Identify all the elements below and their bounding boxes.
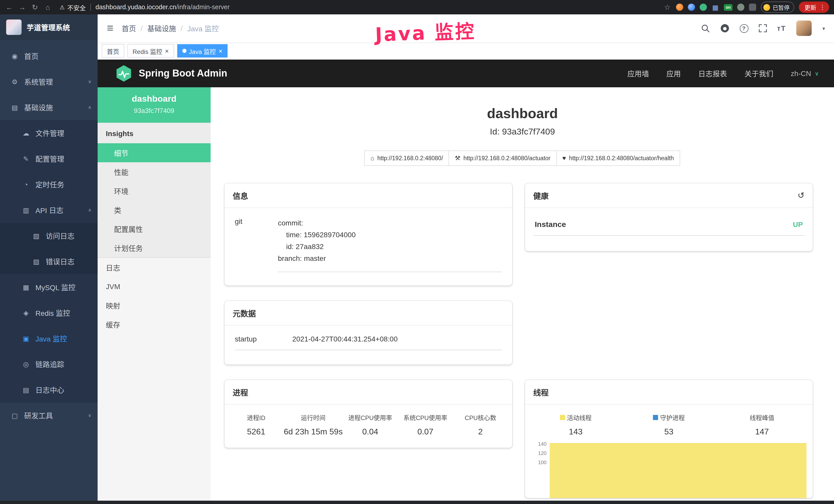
sba-header: Spring Boot Admin 应用墙 应用 日志报表 关于我们 zh-CN… [97, 60, 834, 87]
sidebar-item-config-manage[interactable]: ✎ 配置管理 [0, 146, 97, 171]
font-size-icon[interactable]: тT [777, 24, 786, 32]
extension-vue-icon[interactable] [700, 4, 707, 11]
sba-item-classes[interactable]: 类 [97, 200, 211, 219]
info-card: 信息 git commit: time: 1596289704000 [224, 183, 512, 285]
trace-icon: ◎ [22, 360, 30, 368]
github-icon[interactable] [720, 24, 729, 33]
app-logo-row[interactable]: 芋道管理系统 [0, 15, 97, 40]
y-tick: 140 [525, 442, 550, 451]
wrench-icon: ⚒ [455, 155, 461, 162]
service-url-button[interactable]: ⌂ http://192.168.0.2:48080/ [365, 151, 449, 166]
close-icon[interactable]: × [165, 47, 169, 54]
sidebar-item-home[interactable]: ◉ 首页 [0, 43, 97, 69]
sidebar-item-cron-jobs[interactable]: ◔ 定时任务 [0, 171, 97, 197]
sba-nav-applications[interactable]: 应用 [666, 68, 681, 78]
metadata-value: 2021-04-27T00:44:31.254+08:00 [292, 335, 398, 343]
redis-icon: ◈ [22, 309, 30, 317]
back-icon[interactable]: ← [5, 3, 13, 11]
sidebar-item-api-logs[interactable]: ▥ API 日志 ∧ [0, 197, 97, 223]
threads-chart: 140 120 100 [525, 442, 813, 498]
extension-on-badge[interactable]: on [724, 4, 732, 10]
sba-item-details[interactable]: 细节 [97, 143, 211, 162]
health-card-body: Instance UP [525, 208, 813, 251]
sba-item-scheduled-tasks[interactable]: 计划任务 [97, 238, 211, 257]
user-avatar[interactable] [796, 21, 812, 36]
help-icon[interactable]: ? [740, 24, 748, 32]
sba-logo-icon [115, 65, 133, 82]
close-icon[interactable]: × [219, 47, 222, 54]
bookmark-star-icon[interactable]: ☆ [663, 3, 672, 11]
chevron-down-icon: ∨ [815, 70, 819, 77]
search-icon[interactable] [701, 24, 710, 32]
extension-leaf-icon[interactable] [737, 4, 744, 11]
sidebar-item-log-center[interactable]: ▤ 日志中心 [0, 377, 97, 403]
health-url-button[interactable]: ♥ http://192.168.0.2:48080/actuator/heal… [556, 151, 680, 166]
fullscreen-icon[interactable] [759, 24, 767, 32]
forward-icon[interactable]: → [18, 3, 26, 11]
sba-item-mappings[interactable]: 映射 [97, 296, 211, 315]
daemon-threads-marker [653, 415, 658, 420]
sba-item-metrics[interactable]: 性能 [97, 162, 211, 181]
instance-header[interactable]: dashboard 93a3fc7f7409 [97, 87, 211, 123]
refresh-icon[interactable]: ↻ [31, 3, 39, 11]
sba-body: dashboard 93a3fc7f7409 Insights 细节 性能 环境… [97, 87, 834, 504]
tab-home[interactable]: 首页 [102, 44, 124, 58]
sba-item-environment[interactable]: 环境 [97, 181, 211, 200]
sidebar-item-error-logs[interactable]: ▨ 错误日志 [0, 249, 97, 274]
admin-menu: ◉ 首页 ⚙ 系统管理 ∨ ▤ 基础设施 ∧ ☁ 文件管理 [0, 40, 97, 504]
info-card-body: git commit: time: 1596289704000 id: 27aa… [224, 208, 512, 285]
stat-label: 守护进程 [622, 413, 716, 421]
update-browser-button[interactable]: 更新 ⋮ [799, 2, 829, 13]
sidebar-item-redis-monitor[interactable]: ◈ Redis 监控 [0, 300, 97, 325]
menu-label: API 日志 [36, 205, 63, 215]
sidebar-item-infra[interactable]: ▤ 基础设施 ∧ [0, 94, 97, 120]
menu-label: 定时任务 [36, 179, 64, 189]
breadcrumb-home[interactable]: 首页 [122, 23, 136, 33]
actuator-url-button[interactable]: ⚒ http://192.168.0.2:48080/actuator [449, 151, 556, 166]
language-selector[interactable]: zh-CN ∨ [791, 69, 819, 77]
stat-label: 线程峰值 [715, 413, 809, 421]
threads-card: 线程 活动线程 143 [525, 380, 813, 498]
sba-nav: 应用墙 应用 日志报表 关于我们 zh-CN ∨ [628, 68, 819, 78]
menu-label: Redis 监控 [36, 307, 70, 318]
breadcrumb-separator: / [141, 24, 143, 32]
sidebar-item-dev-tools[interactable]: ▢ 研发工具 ∨ [0, 403, 97, 428]
extension-fox-icon[interactable] [676, 4, 683, 11]
sidebar-item-system[interactable]: ⚙ 系统管理 ∨ [0, 69, 97, 94]
sidebar-item-tracing[interactable]: ◎ 链路追踪 [0, 351, 97, 377]
stat-process-cpu: 进程CPU使用率 0.04 [343, 413, 398, 436]
breadcrumb-infra[interactable]: 基础设施 [147, 23, 176, 33]
menu-label: 系统管理 [24, 76, 53, 87]
sba-item-logs[interactable]: 日志 [97, 258, 211, 277]
sba-item-config-props[interactable]: 配置属性 [97, 219, 211, 238]
paused-badge[interactable]: 已暂停 [761, 2, 794, 13]
health-icon: ♥ [562, 155, 566, 162]
security-chip[interactable]: ⚠ 不安全 [60, 3, 86, 12]
history-icon[interactable]: ↺ [797, 191, 805, 200]
insights-section: Insights 细节 性能 环境 类 配置属性 计划任务 [97, 123, 211, 258]
extensions-puzzle-icon[interactable] [749, 4, 756, 11]
extension-grid-icon[interactable]: ▦ [711, 3, 719, 11]
sba-nav-about[interactable]: 关于我们 [745, 68, 773, 78]
tab-java-monitor[interactable]: Java 监控 × [177, 44, 227, 58]
info-card-header: 信息 [224, 183, 512, 208]
sba-item-jvm[interactable]: JVM [97, 277, 211, 296]
sidebar-item-file-manage[interactable]: ☁ 文件管理 [0, 120, 97, 146]
sba-item-caches[interactable]: 缓存 [97, 315, 211, 334]
address-bar[interactable]: dashboard.yudao.iocoder.cn/infra/admin-s… [95, 4, 230, 11]
sidebar-item-java-monitor[interactable]: ▣ Java 监控 [0, 325, 97, 351]
browser-home-icon[interactable]: ⌂ [44, 3, 52, 11]
sba-nav-wallboard[interactable]: 应用墙 [628, 68, 649, 78]
metadata-card-title: 元数据 [233, 307, 256, 318]
browser-menu-icon[interactable]: ⋮ [819, 4, 826, 11]
hamburger-icon[interactable]: ≡ [107, 23, 113, 34]
tab-redis-monitor[interactable]: Redis 监控 × [127, 44, 174, 58]
sidebar-item-mysql-monitor[interactable]: ▦ MySQL 监控 [0, 274, 97, 300]
edit-icon: ✎ [22, 155, 30, 162]
sidebar-item-access-logs[interactable]: ▧ 访问日志 [0, 223, 97, 249]
extension-drop-icon[interactable] [688, 4, 695, 11]
avatar-caret-icon[interactable]: ▾ [822, 25, 825, 31]
sba-nav-journal[interactable]: 日志报表 [698, 68, 727, 78]
java-monitor-icon: ▣ [22, 335, 30, 342]
process-stats: 进程ID 5261 运行时间 6d 23h 15m 59s [224, 405, 512, 448]
